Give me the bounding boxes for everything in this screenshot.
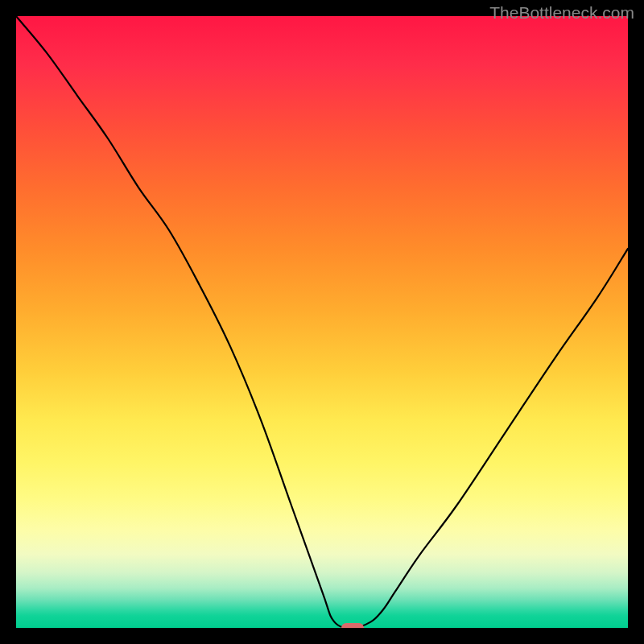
plot-area: [16, 16, 628, 628]
optimal-point-marker: [341, 623, 364, 628]
attribution-text: TheBottleneck.com: [489, 3, 634, 23]
bottleneck-curve: [16, 16, 628, 628]
